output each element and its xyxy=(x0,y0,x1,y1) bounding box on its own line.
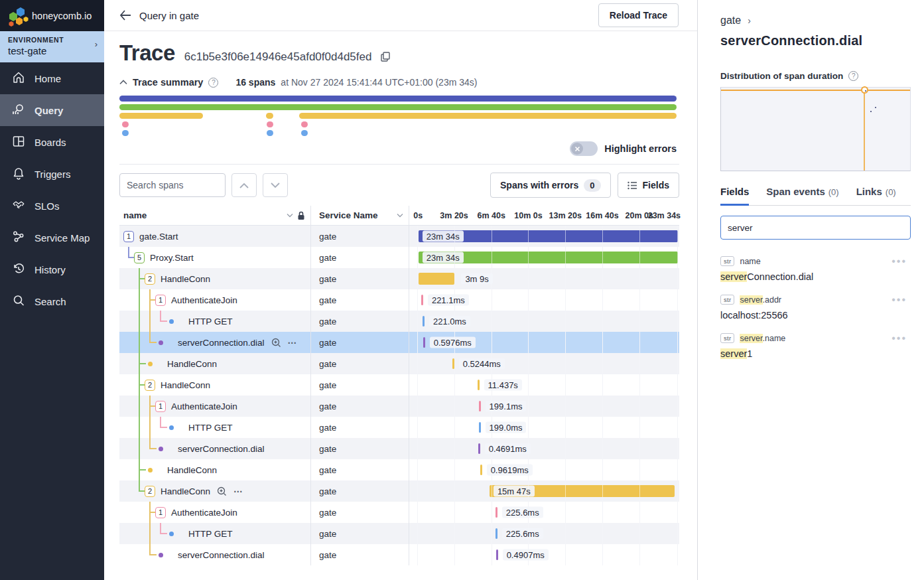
table-row[interactable]: 2HandleConngate11.437s xyxy=(119,374,679,396)
table-row[interactable]: 1AuthenticateJoingate199.1ms xyxy=(119,396,679,417)
gridline-overlay xyxy=(639,417,640,438)
duration-tick[interactable] xyxy=(423,337,425,348)
table-row[interactable]: HTTP GETgate221.0ms xyxy=(119,311,679,332)
field-search-input[interactable] xyxy=(720,216,911,240)
more-options-icon[interactable]: ⋯ xyxy=(288,337,298,348)
span-name-label[interactable]: HandleConn xyxy=(161,380,210,390)
duration-tick[interactable] xyxy=(479,422,481,433)
back-link[interactable]: Query in gate xyxy=(119,10,199,21)
span-name-label[interactable]: HTTP GET xyxy=(188,529,233,539)
table-row[interactable]: HTTP GETgate225.6ms xyxy=(119,523,679,544)
span-name-label[interactable]: AuthenticateJoin xyxy=(171,295,237,305)
spans-with-errors-button[interactable]: Spans with errors 0 xyxy=(490,173,611,198)
span-name-label[interactable]: HandleConn xyxy=(167,359,217,369)
column-header-service[interactable]: Service Name xyxy=(310,206,409,225)
trace-summary-label[interactable]: Trace summary xyxy=(133,77,203,88)
help-icon[interactable]: ? xyxy=(208,78,218,88)
copy-icon[interactable] xyxy=(381,52,390,64)
table-row[interactable]: 1AuthenticateJoingate225.6ms xyxy=(119,502,679,523)
span-name-label[interactable]: AuthenticateJoin xyxy=(171,401,237,411)
table-row[interactable]: serverConnection.dialgate0.4907ms xyxy=(119,544,679,565)
highlight-errors-label: Highlight errors xyxy=(604,143,677,154)
next-match-button[interactable] xyxy=(263,173,288,197)
table-row[interactable]: 5Proxy.Startgate23m 34s xyxy=(119,247,679,268)
reload-trace-button[interactable]: Reload Trace xyxy=(598,3,679,27)
span-name-label[interactable]: HandleConn xyxy=(167,465,217,475)
duration-bar[interactable] xyxy=(419,273,455,285)
minimap-dot xyxy=(122,121,129,127)
fields-button[interactable]: Fields xyxy=(618,173,679,198)
chevron-down-icon[interactable] xyxy=(287,213,293,218)
duration-tick[interactable] xyxy=(480,465,482,475)
span-name-label[interactable]: HTTP GET xyxy=(188,317,233,326)
table-row[interactable]: serverConnection.dial⋯gate0.5976ms xyxy=(119,332,679,353)
gridline-overlay xyxy=(677,268,678,289)
sidebar-item-history[interactable]: History xyxy=(0,254,104,285)
prev-match-button[interactable] xyxy=(231,173,257,197)
table-row[interactable]: 1AuthenticateJoingate221.1ms xyxy=(119,289,679,311)
span-row-content: serverConnection.dial⋯ xyxy=(119,332,297,353)
table-row[interactable]: HandleConngate0.5244ms xyxy=(119,353,679,374)
sidebar-item-service-map[interactable]: Service Map xyxy=(0,222,104,254)
duration-tick[interactable] xyxy=(478,443,480,454)
zoom-in-icon[interactable] xyxy=(271,338,281,348)
span-name-label[interactable]: HandleConn xyxy=(161,486,210,496)
span-row-content: 2HandleConn xyxy=(119,268,210,289)
sidebar-item-search[interactable]: Search xyxy=(0,285,104,317)
column-header-name[interactable]: name xyxy=(119,210,310,220)
table-row[interactable]: 2HandleConngate3m 9s xyxy=(119,268,679,289)
span-duration-distribution-chart[interactable] xyxy=(720,87,911,171)
waterfall-cell: 23m 34s xyxy=(409,247,679,268)
span-name-label[interactable]: HandleConn xyxy=(161,274,210,284)
span-name-cell: HTTP GET xyxy=(119,311,310,332)
field-label: server.name xyxy=(740,334,785,343)
duration-tick[interactable] xyxy=(495,528,497,539)
sidebar-item-triggers[interactable]: Triggers xyxy=(0,158,104,190)
tab-links[interactable]: Links(0) xyxy=(856,186,896,205)
trace-minimap[interactable] xyxy=(119,96,677,136)
service-header-label: Service Name xyxy=(319,210,378,220)
honeycomb-logo[interactable]: honeycomb.io xyxy=(0,0,104,31)
duration-tick[interactable] xyxy=(495,507,497,518)
collapse-chevron-icon[interactable] xyxy=(119,78,127,86)
sidebar-item-boards[interactable]: Boards xyxy=(0,126,104,158)
highlight-errors-toggle[interactable] xyxy=(570,141,598,156)
sidebar-item-query[interactable]: Query xyxy=(0,94,104,126)
environment-switcher[interactable]: ENVIRONMENT test-gate › xyxy=(0,31,104,62)
chevron-down-icon[interactable] xyxy=(397,213,403,218)
zoom-in-icon[interactable] xyxy=(217,486,227,496)
span-leaf-dot xyxy=(159,447,163,451)
more-options-icon[interactable]: ⋯ xyxy=(233,486,243,496)
sidebar-item-slos[interactable]: SLOs xyxy=(0,190,104,222)
distribution-marker-circle xyxy=(861,86,868,94)
tab-fields[interactable]: Fields xyxy=(720,186,749,206)
span-name-label[interactable]: Proxy.Start xyxy=(150,253,194,263)
duration-tick[interactable] xyxy=(496,549,498,560)
service-name-cell: gate xyxy=(310,353,409,374)
gridline-overlay xyxy=(602,332,603,353)
table-row[interactable]: HTTP GETgate199.0ms xyxy=(119,417,679,438)
tab-count: (0) xyxy=(828,187,839,197)
span-name-label[interactable]: HTTP GET xyxy=(188,423,233,433)
sidebar-item-home[interactable]: Home xyxy=(0,62,104,94)
duration-tick[interactable] xyxy=(478,380,480,390)
search-spans-input[interactable] xyxy=(119,173,226,197)
span-name-label[interactable]: serverConnection.dial xyxy=(178,444,265,454)
help-icon[interactable]: ? xyxy=(848,71,858,81)
waterfall-cell: 0.5976ms xyxy=(409,332,679,353)
duration-tick[interactable] xyxy=(479,401,481,411)
table-row[interactable]: serverConnection.dialgate0.4691ms xyxy=(119,438,679,459)
span-name-label[interactable]: AuthenticateJoin xyxy=(171,508,237,518)
field-value: server1 xyxy=(720,348,911,359)
tab-span-events[interactable]: Span events(0) xyxy=(766,186,838,205)
table-row[interactable]: 1gate.Startgate23m 34s xyxy=(119,226,679,247)
span-name-label[interactable]: serverConnection.dial xyxy=(178,550,265,560)
span-name-label[interactable]: serverConnection.dial xyxy=(178,338,265,348)
span-name-label[interactable]: gate.Start xyxy=(139,232,178,242)
duration-tick[interactable] xyxy=(421,295,423,305)
gridline-overlay xyxy=(528,289,529,311)
duration-tick[interactable] xyxy=(423,316,425,326)
table-row[interactable]: 2HandleConn⋯gate15m 47s xyxy=(119,480,679,502)
breadcrumb[interactable]: gate xyxy=(720,15,741,27)
table-row[interactable]: HandleConngate0.9619ms xyxy=(119,459,679,480)
